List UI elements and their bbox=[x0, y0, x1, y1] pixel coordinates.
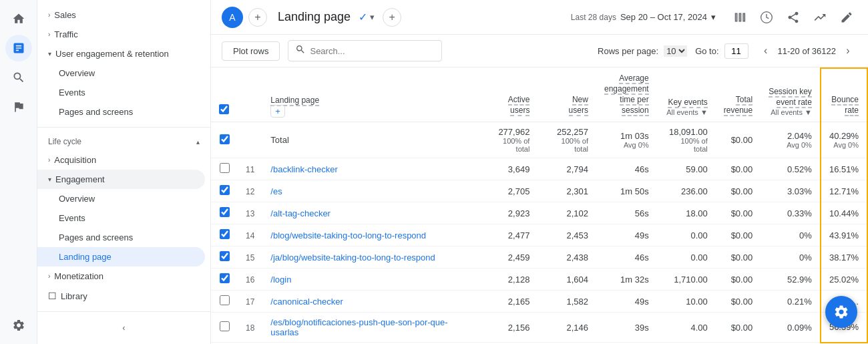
row-checkbox[interactable] bbox=[220, 321, 230, 331]
sidebar-item-events[interactable]: Events bbox=[37, 83, 205, 102]
columns-icon-btn[interactable] bbox=[729, 7, 750, 28]
date-range-selector[interactable]: Last 28 days Sep 20 – Oct 17, 2024 ▾ bbox=[571, 12, 716, 22]
landing-page-link[interactable]: /blog/website-taking-too-long-to-respond bbox=[270, 230, 426, 240]
goto-section: Go to: bbox=[695, 43, 748, 59]
row-num: 12 bbox=[238, 180, 262, 202]
analytics-icon-btn[interactable] bbox=[5, 35, 32, 61]
sidebar-item-landing-page[interactable]: Landing page bbox=[37, 247, 205, 267]
row-landing-page: /canonical-checker bbox=[262, 291, 479, 313]
sidebar-item-label: Landing page bbox=[59, 252, 112, 262]
sidebar-item-sales[interactable]: › Sales bbox=[37, 5, 205, 25]
landing-page-link[interactable]: /es/blog/notificaciones-push-que-son-por… bbox=[270, 317, 447, 337]
home-icon-btn[interactable] bbox=[5, 5, 32, 32]
sidebar-item-engagement[interactable]: ▾ Engagement bbox=[37, 170, 205, 189]
row-checkbox[interactable] bbox=[220, 163, 230, 173]
collapse-sidebar-btn[interactable]: ‹ bbox=[37, 317, 210, 338]
sidebar-item-pages-screens[interactable]: Pages and screens bbox=[37, 102, 205, 122]
landing-page-link[interactable]: /backlink-checker bbox=[270, 164, 337, 174]
main-content: A + Landing page ✓ ▾ + Last 28 days Sep … bbox=[211, 0, 868, 344]
edit-icon-btn[interactable] bbox=[836, 7, 857, 28]
landing-page-link[interactable]: /alt-tag-checker bbox=[270, 208, 331, 218]
search-icon-btn[interactable] bbox=[5, 64, 32, 91]
compare-icon-btn[interactable] bbox=[756, 7, 777, 28]
row-session-key: 0% bbox=[761, 224, 821, 246]
row-num: 14 bbox=[238, 224, 262, 246]
landing-page-link[interactable]: /login bbox=[270, 275, 291, 285]
prev-page-btn[interactable]: ‹ bbox=[756, 41, 775, 60]
row-key-events: 4.00 bbox=[657, 313, 716, 343]
active-users-header: Active users bbox=[479, 68, 538, 122]
sidebar-item-label: Pages and screens bbox=[59, 232, 133, 242]
plot-rows-btn[interactable]: Plot rows bbox=[222, 41, 280, 61]
add-column-btn[interactable]: + bbox=[270, 105, 285, 118]
total-checkbox[interactable] bbox=[220, 134, 230, 144]
landing-page-link[interactable]: /es bbox=[270, 186, 282, 196]
gear-fab-btn[interactable] bbox=[825, 296, 857, 328]
row-checkbox[interactable] bbox=[220, 251, 230, 261]
sidebar-item-monetization[interactable]: › Monetization bbox=[37, 267, 205, 286]
add-report-btn[interactable]: + bbox=[248, 8, 267, 27]
row-new-users: 2,301 bbox=[537, 180, 596, 202]
total-new-users: 252,257 100% of total bbox=[537, 122, 596, 158]
total-revenue: $0.00 bbox=[716, 122, 761, 158]
row-bounce-rate: 16.51% bbox=[821, 158, 867, 180]
key-events-filter[interactable]: All events ▼ bbox=[666, 108, 708, 116]
row-num: 16 bbox=[238, 269, 262, 291]
sidebar-item-overview[interactable]: Overview bbox=[37, 63, 205, 83]
row-active-users: 2,923 bbox=[479, 202, 538, 224]
row-checkbox-cell bbox=[211, 224, 238, 246]
header-dropdown-btn[interactable]: ▾ bbox=[370, 12, 375, 22]
sidebar-item-eng-overview[interactable]: Overview bbox=[37, 189, 205, 208]
row-checkbox[interactable] bbox=[220, 273, 230, 283]
goto-input[interactable] bbox=[724, 43, 748, 59]
sidebar-item-library[interactable]: ☐ Library bbox=[37, 286, 205, 306]
chevron-right-icon: › bbox=[48, 31, 50, 38]
row-avg-engagement: 1m 50s bbox=[596, 180, 657, 202]
flag-icon-btn[interactable] bbox=[5, 94, 32, 120]
trending-icon-btn[interactable] bbox=[809, 7, 831, 28]
row-num: 18 bbox=[238, 313, 262, 343]
table-row: 17 /canonical-checker 2,165 1,582 49s 10… bbox=[211, 291, 867, 313]
table-row: 16 /login 2,128 1,604 1m 32s 1,710.00 $0… bbox=[211, 269, 867, 291]
row-key-events: 0.00 bbox=[657, 246, 716, 269]
next-page-btn[interactable]: › bbox=[839, 41, 857, 60]
row-checkbox[interactable] bbox=[220, 185, 230, 195]
row-new-users: 1,582 bbox=[537, 291, 596, 313]
sidebar-item-user-engagement[interactable]: ▾ User engagement & retention bbox=[37, 44, 205, 63]
share-icon-btn[interactable] bbox=[783, 7, 804, 28]
total-checkbox-cell bbox=[211, 122, 238, 158]
add-tab-btn[interactable]: + bbox=[383, 8, 401, 27]
select-all-checkbox[interactable] bbox=[219, 104, 229, 114]
landing-page-link[interactable]: /ja/blog/website-taking-too-long-to-resp… bbox=[270, 252, 435, 263]
lifecycle-section-header[interactable]: Life cycle ▴ bbox=[37, 133, 210, 150]
row-checkbox-cell bbox=[211, 291, 238, 313]
row-avg-engagement: 39s bbox=[596, 313, 657, 343]
row-active-users: 2,459 bbox=[479, 246, 538, 269]
goto-label: Go to: bbox=[695, 46, 718, 56]
row-checkbox[interactable] bbox=[220, 295, 230, 305]
sidebar-item-acquisition[interactable]: › Acquisition bbox=[37, 150, 205, 170]
sidebar-item-label: Events bbox=[59, 213, 85, 223]
row-active-users: 2,477 bbox=[479, 224, 538, 246]
settings-icon-btn[interactable] bbox=[5, 312, 32, 339]
sidebar-item-traffic[interactable]: › Traffic bbox=[37, 25, 205, 44]
sidebar-item-eng-pages[interactable]: Pages and screens bbox=[37, 228, 205, 247]
table-row: 18 /es/blog/notificaciones-push-que-son-… bbox=[211, 313, 867, 343]
avg-engagement-header: Average engagement time per session bbox=[596, 68, 657, 122]
row-num-header bbox=[238, 68, 262, 122]
rows-per-page-select[interactable]: 10 25 50 bbox=[664, 45, 687, 57]
total-session-key: 2.04% Avg 0% bbox=[761, 122, 821, 158]
row-total-revenue: $0.00 bbox=[716, 313, 761, 343]
row-checkbox[interactable] bbox=[220, 207, 230, 217]
search-input[interactable] bbox=[310, 46, 435, 56]
table-row: 15 /ja/blog/website-taking-too-long-to-r… bbox=[211, 246, 867, 269]
row-active-users: 2,156 bbox=[479, 313, 538, 343]
row-checkbox[interactable] bbox=[220, 229, 230, 239]
landing-page-link[interactable]: /canonical-checker bbox=[270, 297, 343, 307]
sidebar-item-label: Traffic bbox=[54, 29, 77, 39]
session-key-filter[interactable]: All events ▼ bbox=[771, 108, 812, 116]
sidebar-item-eng-events[interactable]: Events bbox=[37, 208, 205, 228]
row-session-key: 3.03% bbox=[761, 180, 821, 202]
row-active-users: 2,705 bbox=[479, 180, 538, 202]
date-label: Last 28 days bbox=[571, 13, 616, 22]
